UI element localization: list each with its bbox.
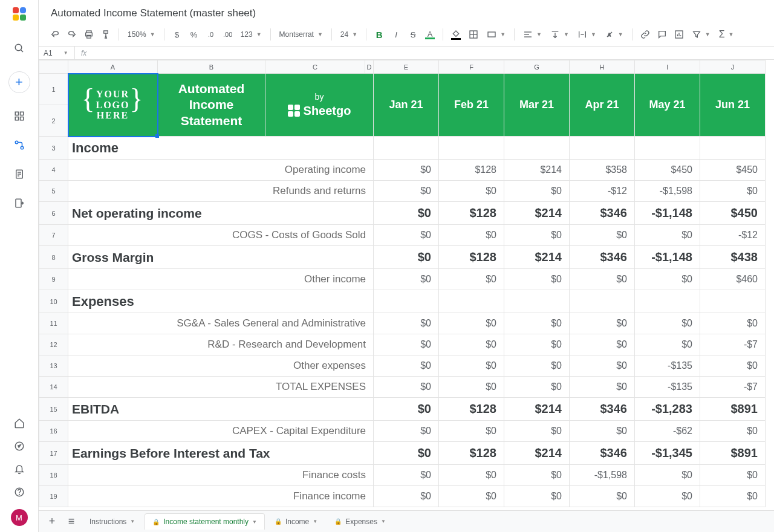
sheet-tab[interactable]: 🔒Expenses▼ xyxy=(327,513,393,530)
row-label[interactable]: Other expenses xyxy=(68,355,374,377)
row-label[interactable]: COGS - Costs of Goods Sold xyxy=(68,225,374,246)
cell-value[interactable]: $0 xyxy=(439,269,504,290)
cell[interactable] xyxy=(374,137,439,160)
cell-value[interactable]: $0 xyxy=(504,334,570,355)
add-sheet-button[interactable]: + xyxy=(44,515,60,528)
cell-value[interactable]: $0 xyxy=(374,246,439,269)
filter-button[interactable]: ▼ xyxy=(688,27,714,42)
row-header[interactable]: 10 xyxy=(39,290,68,313)
halign-button[interactable]: ▼ xyxy=(519,27,545,42)
month-header[interactable]: Jun 21 xyxy=(700,74,766,137)
col-header[interactable]: H xyxy=(570,60,635,74)
col-header[interactable]: A xyxy=(68,60,158,74)
cell-value[interactable]: $891 xyxy=(700,442,766,465)
fontsize-dropdown[interactable]: 24▼ xyxy=(337,27,361,42)
cell[interactable] xyxy=(570,137,635,160)
link-button[interactable] xyxy=(637,27,653,42)
currency-button[interactable]: $ xyxy=(169,27,185,42)
cell-value[interactable]: -$135 xyxy=(635,355,700,377)
spreadsheet[interactable]: ABCDEFGHIJ1YOURLOGOHEREAutomatedIncomeSt… xyxy=(39,60,774,510)
formula-input[interactable] xyxy=(93,47,774,59)
cell-value[interactable]: $0 xyxy=(504,465,570,486)
cell-value[interactable]: $0 xyxy=(374,442,439,465)
cell-value[interactable]: $0 xyxy=(504,225,570,246)
cell-value[interactable]: $0 xyxy=(700,181,766,202)
cell-value[interactable]: -$12 xyxy=(700,225,766,246)
italic-button[interactable]: I xyxy=(388,27,404,42)
row-label[interactable]: Operating income xyxy=(68,160,374,181)
cell-value[interactable]: $358 xyxy=(570,160,635,181)
row-header[interactable]: 12 xyxy=(39,334,68,355)
row-header[interactable]: 8 xyxy=(39,246,68,269)
cell-value[interactable]: -$1,345 xyxy=(635,442,700,465)
cell-value[interactable]: $128 xyxy=(439,202,504,225)
logo-cell[interactable]: YOURLOGOHERE xyxy=(68,74,158,137)
cell-value[interactable]: $346 xyxy=(570,398,635,421)
cell-value[interactable]: $0 xyxy=(374,225,439,246)
merge-button[interactable]: ▼ xyxy=(483,27,509,42)
cell-value[interactable]: $0 xyxy=(439,313,504,334)
row-label[interactable]: Finance income xyxy=(68,486,374,507)
help-icon[interactable] xyxy=(13,486,25,498)
row-label[interactable]: Other income xyxy=(68,269,374,290)
cell-value[interactable]: $0 xyxy=(570,269,635,290)
row-header[interactable]: 13 xyxy=(39,355,68,377)
cell-value[interactable]: $128 xyxy=(439,442,504,465)
sheet-tab[interactable]: 🔒Income statement monthly▼ xyxy=(145,513,265,530)
cell-value[interactable]: -$1,148 xyxy=(635,246,700,269)
cell-value[interactable]: $0 xyxy=(700,465,766,486)
row-header[interactable]: 18 xyxy=(39,465,68,486)
cell-value[interactable]: $0 xyxy=(635,486,700,507)
cell-value[interactable]: -$1,148 xyxy=(635,202,700,225)
col-header[interactable]: B xyxy=(158,60,265,74)
home-icon[interactable] xyxy=(13,417,25,429)
cell-value[interactable]: $0 xyxy=(570,377,635,398)
cell-value[interactable]: $346 xyxy=(570,246,635,269)
row-header[interactable]: 5 xyxy=(39,181,68,202)
cell-value[interactable]: $0 xyxy=(439,334,504,355)
cell-value[interactable]: $450 xyxy=(635,160,700,181)
cell-value[interactable]: $0 xyxy=(635,269,700,290)
cell-value[interactable]: $0 xyxy=(700,486,766,507)
cell-value[interactable]: $0 xyxy=(570,334,635,355)
chart-button[interactable] xyxy=(671,27,687,42)
print-button[interactable] xyxy=(81,27,97,42)
cell-value[interactable]: $438 xyxy=(700,246,766,269)
row-label[interactable]: CAPEX - Capital Expenditure xyxy=(68,421,374,442)
col-header[interactable]: J xyxy=(700,60,766,74)
row-header[interactable]: 1 xyxy=(39,74,68,105)
cell-value[interactable]: $0 xyxy=(700,355,766,377)
cell-value[interactable]: $214 xyxy=(504,202,570,225)
cell-value[interactable]: $0 xyxy=(504,181,570,202)
cell-value[interactable]: $0 xyxy=(374,313,439,334)
total-label[interactable]: Gross Margin xyxy=(68,246,374,269)
cell-value[interactable]: $0 xyxy=(700,421,766,442)
cell-value[interactable]: $0 xyxy=(504,355,570,377)
cell-value[interactable]: $450 xyxy=(700,160,766,181)
grid-icon[interactable] xyxy=(13,110,25,122)
cell-value[interactable]: $0 xyxy=(374,421,439,442)
row-header[interactable]: 14 xyxy=(39,377,68,398)
cell-value[interactable]: $460 xyxy=(700,269,766,290)
cell-value[interactable]: $0 xyxy=(504,486,570,507)
valign-button[interactable]: ▼ xyxy=(547,27,573,42)
row-label[interactable]: R&D - Research and Development xyxy=(68,334,374,355)
cell-value[interactable]: $0 xyxy=(374,465,439,486)
total-label[interactable]: Earnings Before Interest and Tax xyxy=(68,442,374,465)
cell-value[interactable]: $214 xyxy=(504,442,570,465)
col-header[interactable]: F xyxy=(439,60,504,74)
cell-value[interactable]: $0 xyxy=(374,377,439,398)
cell-value[interactable]: $128 xyxy=(439,160,504,181)
cell[interactable] xyxy=(504,137,570,160)
cell-value[interactable]: $0 xyxy=(570,225,635,246)
cell-value[interactable]: $0 xyxy=(504,421,570,442)
cell-value[interactable]: $0 xyxy=(570,486,635,507)
cell-value[interactable]: $0 xyxy=(439,377,504,398)
row-header[interactable]: 7 xyxy=(39,225,68,246)
cell-value[interactable]: -$135 xyxy=(635,377,700,398)
col-header[interactable]: I xyxy=(635,60,700,74)
month-header[interactable]: May 21 xyxy=(635,74,700,137)
cell[interactable] xyxy=(700,137,766,160)
increase-decimal-button[interactable]: .00 xyxy=(220,27,236,42)
cell[interactable] xyxy=(635,137,700,160)
